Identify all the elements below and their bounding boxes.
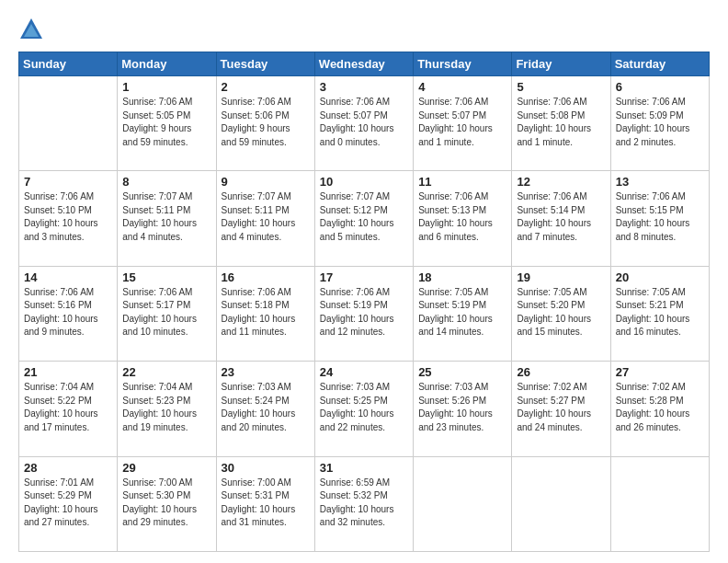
day-info: Sunrise: 7:02 AM Sunset: 5:27 PM Dayligh… bbox=[517, 381, 605, 434]
day-number: 8 bbox=[122, 175, 210, 189]
day-info: Sunrise: 7:07 AM Sunset: 5:11 PM Dayligh… bbox=[222, 190, 310, 244]
calendar-cell: 1Sunrise: 7:06 AM Sunset: 5:05 PM Daylig… bbox=[118, 76, 216, 171]
day-info: Sunrise: 7:07 AM Sunset: 5:11 PM Dayligh… bbox=[122, 190, 210, 244]
day-number: 25 bbox=[418, 365, 506, 379]
day-info: Sunrise: 7:06 AM Sunset: 5:09 PM Dayligh… bbox=[616, 96, 704, 149]
day-info: Sunrise: 7:00 AM Sunset: 5:31 PM Dayligh… bbox=[222, 477, 310, 530]
calendar-cell: 22Sunrise: 7:04 AM Sunset: 5:23 PM Dayli… bbox=[118, 362, 216, 456]
day-number: 5 bbox=[517, 80, 605, 94]
day-number: 17 bbox=[320, 270, 408, 284]
calendar-cell: 14Sunrise: 7:06 AM Sunset: 5:16 PM Dayli… bbox=[19, 266, 118, 361]
calendar-cell: 2Sunrise: 7:06 AM Sunset: 5:06 PM Daylig… bbox=[216, 76, 314, 171]
calendar-cell: 15Sunrise: 7:06 AM Sunset: 5:17 PM Dayli… bbox=[118, 266, 216, 361]
day-number: 26 bbox=[517, 365, 605, 379]
calendar-header-monday: Monday bbox=[118, 52, 216, 76]
calendar-week-3: 14Sunrise: 7:06 AM Sunset: 5:16 PM Dayli… bbox=[19, 266, 710, 361]
calendar-cell bbox=[512, 456, 610, 551]
calendar-cell bbox=[610, 456, 709, 551]
day-info: Sunrise: 7:06 AM Sunset: 5:08 PM Dayligh… bbox=[517, 96, 605, 149]
day-info: Sunrise: 7:06 AM Sunset: 5:19 PM Dayligh… bbox=[320, 286, 408, 339]
calendar-cell: 17Sunrise: 7:06 AM Sunset: 5:19 PM Dayli… bbox=[314, 266, 413, 361]
day-number: 1 bbox=[122, 80, 210, 94]
calendar-cell: 26Sunrise: 7:02 AM Sunset: 5:27 PM Dayli… bbox=[512, 362, 610, 456]
calendar-cell: 19Sunrise: 7:05 AM Sunset: 5:20 PM Dayli… bbox=[512, 266, 610, 361]
day-info: Sunrise: 7:06 AM Sunset: 5:18 PM Dayligh… bbox=[222, 286, 310, 339]
calendar-week-5: 28Sunrise: 7:01 AM Sunset: 5:29 PM Dayli… bbox=[19, 456, 710, 551]
day-number: 19 bbox=[517, 270, 605, 284]
day-info: Sunrise: 7:07 AM Sunset: 5:12 PM Dayligh… bbox=[320, 190, 408, 244]
day-number: 21 bbox=[24, 365, 112, 379]
calendar-cell: 16Sunrise: 7:06 AM Sunset: 5:18 PM Dayli… bbox=[216, 266, 314, 361]
calendar-week-1: 1Sunrise: 7:06 AM Sunset: 5:05 PM Daylig… bbox=[19, 76, 710, 171]
day-number: 6 bbox=[616, 80, 704, 94]
calendar-cell: 31Sunrise: 6:59 AM Sunset: 5:32 PM Dayli… bbox=[314, 456, 413, 551]
calendar-header-friday: Friday bbox=[512, 52, 610, 76]
calendar-cell: 10Sunrise: 7:07 AM Sunset: 5:12 PM Dayli… bbox=[314, 171, 413, 266]
day-info: Sunrise: 7:01 AM Sunset: 5:29 PM Dayligh… bbox=[24, 477, 112, 530]
day-number: 20 bbox=[616, 270, 704, 284]
day-number: 2 bbox=[222, 80, 310, 94]
day-info: Sunrise: 7:05 AM Sunset: 5:21 PM Dayligh… bbox=[616, 286, 704, 339]
day-number: 29 bbox=[122, 461, 210, 475]
day-info: Sunrise: 7:06 AM Sunset: 5:14 PM Dayligh… bbox=[517, 190, 605, 244]
day-info: Sunrise: 7:06 AM Sunset: 5:16 PM Dayligh… bbox=[24, 286, 112, 339]
calendar-cell: 12Sunrise: 7:06 AM Sunset: 5:14 PM Dayli… bbox=[512, 171, 610, 266]
day-number: 11 bbox=[418, 175, 506, 189]
day-number: 28 bbox=[24, 461, 112, 475]
day-info: Sunrise: 7:06 AM Sunset: 5:17 PM Dayligh… bbox=[122, 286, 210, 339]
day-number: 7 bbox=[24, 175, 112, 189]
day-number: 24 bbox=[320, 365, 408, 379]
calendar-cell: 5Sunrise: 7:06 AM Sunset: 5:08 PM Daylig… bbox=[512, 76, 610, 171]
day-info: Sunrise: 7:03 AM Sunset: 5:25 PM Dayligh… bbox=[320, 381, 408, 434]
day-info: Sunrise: 6:59 AM Sunset: 5:32 PM Dayligh… bbox=[320, 477, 408, 530]
calendar-cell: 13Sunrise: 7:06 AM Sunset: 5:15 PM Dayli… bbox=[610, 171, 709, 266]
day-number: 13 bbox=[616, 175, 704, 189]
calendar-week-4: 21Sunrise: 7:04 AM Sunset: 5:22 PM Dayli… bbox=[19, 362, 710, 456]
day-number: 3 bbox=[320, 80, 408, 94]
calendar-cell: 18Sunrise: 7:05 AM Sunset: 5:19 PM Dayli… bbox=[414, 266, 512, 361]
calendar-header-thursday: Thursday bbox=[414, 52, 512, 76]
calendar-cell: 24Sunrise: 7:03 AM Sunset: 5:25 PM Dayli… bbox=[314, 362, 413, 456]
day-info: Sunrise: 7:05 AM Sunset: 5:20 PM Dayligh… bbox=[517, 286, 605, 339]
calendar-cell: 6Sunrise: 7:06 AM Sunset: 5:09 PM Daylig… bbox=[610, 76, 709, 171]
day-info: Sunrise: 7:04 AM Sunset: 5:23 PM Dayligh… bbox=[122, 381, 210, 434]
day-number: 14 bbox=[24, 270, 112, 284]
calendar-cell bbox=[19, 76, 118, 171]
calendar-table: SundayMondayTuesdayWednesdayThursdayFrid… bbox=[18, 52, 710, 552]
day-number: 30 bbox=[222, 461, 310, 475]
calendar-header-row: SundayMondayTuesdayWednesdayThursdayFrid… bbox=[19, 52, 710, 76]
day-info: Sunrise: 7:04 AM Sunset: 5:22 PM Dayligh… bbox=[24, 381, 112, 434]
day-number: 4 bbox=[418, 80, 506, 94]
calendar-cell: 29Sunrise: 7:00 AM Sunset: 5:30 PM Dayli… bbox=[118, 456, 216, 551]
day-info: Sunrise: 7:06 AM Sunset: 5:15 PM Dayligh… bbox=[616, 190, 704, 244]
calendar-cell bbox=[414, 456, 512, 551]
calendar-week-2: 7Sunrise: 7:06 AM Sunset: 5:10 PM Daylig… bbox=[19, 171, 710, 266]
page: SundayMondayTuesdayWednesdayThursdayFrid… bbox=[0, 0, 728, 563]
day-number: 9 bbox=[222, 175, 310, 189]
day-number: 22 bbox=[122, 365, 210, 379]
header bbox=[18, 17, 710, 42]
day-info: Sunrise: 7:06 AM Sunset: 5:07 PM Dayligh… bbox=[320, 96, 408, 149]
day-info: Sunrise: 7:02 AM Sunset: 5:28 PM Dayligh… bbox=[616, 381, 704, 434]
day-info: Sunrise: 7:06 AM Sunset: 5:10 PM Dayligh… bbox=[24, 190, 112, 244]
day-number: 12 bbox=[517, 175, 605, 189]
calendar-header-saturday: Saturday bbox=[610, 52, 709, 76]
calendar-cell: 8Sunrise: 7:07 AM Sunset: 5:11 PM Daylig… bbox=[118, 171, 216, 266]
calendar-cell: 30Sunrise: 7:00 AM Sunset: 5:31 PM Dayli… bbox=[216, 456, 314, 551]
calendar-cell: 21Sunrise: 7:04 AM Sunset: 5:22 PM Dayli… bbox=[19, 362, 118, 456]
day-info: Sunrise: 7:00 AM Sunset: 5:30 PM Dayligh… bbox=[122, 477, 210, 530]
day-info: Sunrise: 7:05 AM Sunset: 5:19 PM Dayligh… bbox=[418, 286, 506, 339]
calendar-cell: 20Sunrise: 7:05 AM Sunset: 5:21 PM Dayli… bbox=[610, 266, 709, 361]
logo bbox=[18, 17, 48, 42]
calendar-cell: 27Sunrise: 7:02 AM Sunset: 5:28 PM Dayli… bbox=[610, 362, 709, 456]
day-info: Sunrise: 7:06 AM Sunset: 5:05 PM Dayligh… bbox=[122, 96, 210, 149]
day-info: Sunrise: 7:03 AM Sunset: 5:24 PM Dayligh… bbox=[222, 381, 310, 434]
calendar-cell: 7Sunrise: 7:06 AM Sunset: 5:10 PM Daylig… bbox=[19, 171, 118, 266]
calendar-cell: 3Sunrise: 7:06 AM Sunset: 5:07 PM Daylig… bbox=[314, 76, 413, 171]
calendar-header-sunday: Sunday bbox=[19, 52, 118, 76]
calendar-cell: 28Sunrise: 7:01 AM Sunset: 5:29 PM Dayli… bbox=[19, 456, 118, 551]
day-number: 18 bbox=[418, 270, 506, 284]
calendar-cell: 11Sunrise: 7:06 AM Sunset: 5:13 PM Dayli… bbox=[414, 171, 512, 266]
calendar-cell: 4Sunrise: 7:06 AM Sunset: 5:07 PM Daylig… bbox=[414, 76, 512, 171]
day-info: Sunrise: 7:06 AM Sunset: 5:13 PM Dayligh… bbox=[418, 190, 506, 244]
